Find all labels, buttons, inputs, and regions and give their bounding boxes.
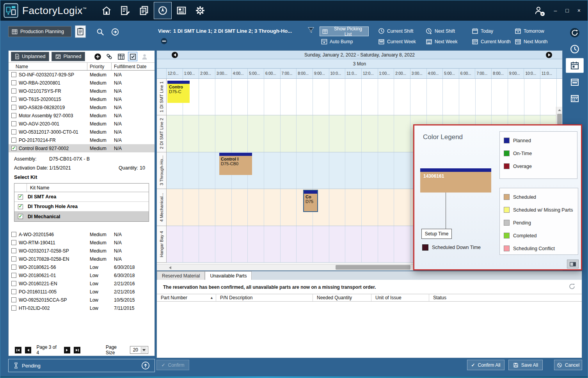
order-checkbox[interactable] xyxy=(11,113,16,118)
order-row[interactable]: Control Board 927-0002 Medium N/A xyxy=(9,144,155,152)
maximize-button[interactable]: □ xyxy=(564,7,570,14)
column-priority[interactable]: Priority xyxy=(87,63,112,70)
order-checkbox[interactable] xyxy=(11,88,16,94)
tab-unplanned[interactable]: Unplanned xyxy=(11,52,49,61)
schedule-grid-button[interactable] xyxy=(116,52,126,61)
column-name[interactable]: Name xyxy=(9,63,87,70)
order-row[interactable]: HTI-02LID-002 Low 7/11/2015 xyxy=(9,304,155,312)
order-checkbox[interactable] xyxy=(11,72,16,77)
order-row[interactable]: PO-20160111-005 Low 2/21/2016 xyxy=(9,288,155,296)
next-page-button[interactable] xyxy=(64,347,71,353)
order-checkbox[interactable] xyxy=(11,297,16,302)
order-row[interactable]: WO-09252015CCA-SP Low 10/5/2015 xyxy=(9,296,155,304)
view-selector[interactable]: 1 DI SMT Line 1; 2 DI SMT Line 2; 3 Thro… xyxy=(173,28,302,34)
gantt-lane[interactable] xyxy=(167,79,562,115)
gantt-bar-scheduled[interactable]: Control I D75-CB0 xyxy=(219,153,252,175)
order-row[interactable]: WO-RTM-190411 Medium N/A xyxy=(9,238,155,247)
order-row[interactable]: Motor Assembly 927-0003 Medium N/A xyxy=(9,111,155,120)
news-nav-button[interactable] xyxy=(172,2,190,19)
tab-planned[interactable]: Planned xyxy=(52,52,85,61)
column-unit-of-issue[interactable]: Unit of Issue xyxy=(371,294,429,301)
confirm-all-button[interactable]: ✓ Confirm All xyxy=(467,360,505,370)
kit-checkbox[interactable] xyxy=(18,194,23,200)
order-checkbox[interactable] xyxy=(11,138,16,143)
order-row[interactable]: WO-02032017-0258-SP Medium N/A xyxy=(9,247,155,255)
search-icon[interactable] xyxy=(96,28,105,36)
horizontal-scroll-thumb[interactable] xyxy=(336,265,410,270)
order-row[interactable]: WO-021017SYS-FR Medium N/A xyxy=(9,87,155,95)
refresh-icon[interactable] xyxy=(568,283,576,290)
first-page-button[interactable] xyxy=(15,347,21,353)
show-picking-list-button[interactable]: Show Picking List xyxy=(320,26,369,36)
kit-row[interactable]: DI SMT Area xyxy=(14,192,149,202)
close-button[interactable]: × xyxy=(576,7,582,14)
order-checkbox[interactable] xyxy=(11,121,16,126)
tab-reserved-material[interactable]: Reserved Material xyxy=(157,271,205,280)
gantt-bar-selected[interactable]: Co D75 xyxy=(304,191,317,211)
select-mode-button[interactable] xyxy=(128,52,137,61)
order-checkbox[interactable] xyxy=(11,105,16,110)
order-checkbox[interactable] xyxy=(11,273,16,278)
column-part-number[interactable]: Part Number ▲ xyxy=(157,294,216,301)
next-shift-button[interactable]: Next Shift xyxy=(426,28,455,34)
current-shift-button[interactable]: Current Shift xyxy=(378,28,413,34)
order-row[interactable]: WO-20160221-EN Low 2/21/2016 xyxy=(9,279,155,288)
order-checkbox[interactable] xyxy=(11,306,16,311)
current-month-button[interactable]: Current Month xyxy=(472,38,511,45)
minimize-button[interactable]: – xyxy=(552,7,559,14)
link-order-button[interactable] xyxy=(105,52,114,61)
settings-nav-button[interactable] xyxy=(191,2,209,19)
today-button[interactable]: Today xyxy=(472,28,493,34)
order-checkbox[interactable] xyxy=(11,232,16,237)
next-month-button[interactable]: Next Month xyxy=(515,38,547,45)
order-row[interactable]: WO-RBA-20200801 Medium N/A xyxy=(9,79,155,87)
order-checkbox[interactable] xyxy=(11,256,16,261)
prev-range-button[interactable] xyxy=(172,52,178,58)
order-row[interactable]: WO-20180621-01 Low 6/30/2018 xyxy=(9,271,155,279)
go-to-icon[interactable] xyxy=(111,28,119,36)
forms-nav-button[interactable] xyxy=(116,2,134,19)
order-row[interactable]: WO-20180621-56 Low 6/30/2018 xyxy=(9,263,155,271)
production-planning-button[interactable]: Production Planning xyxy=(8,26,71,37)
order-row[interactable]: WO-05312017-3000-CT0-01 Medium N/A xyxy=(9,128,155,136)
clipboard-button[interactable] xyxy=(75,25,86,38)
order-checkbox[interactable] xyxy=(11,265,16,270)
kit-row[interactable]: DI Mechanical xyxy=(14,212,149,221)
order-row[interactable]: PO-20170214-FR Medium N/A xyxy=(9,136,155,144)
current-week-button[interactable]: Current Week xyxy=(378,38,416,45)
column-pn-description[interactable]: P/N Description xyxy=(216,294,313,301)
assign-user-button[interactable] xyxy=(140,52,149,61)
page-size-select[interactable]: 20 xyxy=(130,346,148,354)
tomorrow-button[interactable]: Tomorrow xyxy=(515,28,544,34)
documents-nav-button[interactable] xyxy=(135,2,153,19)
user-account-icon[interactable]: × xyxy=(534,6,543,15)
order-row[interactable]: WO-20170828-0258-EN Medium N/A xyxy=(9,255,155,263)
kit-checkbox[interactable] xyxy=(18,214,23,219)
order-checkbox[interactable] xyxy=(11,146,16,151)
order-checkbox[interactable] xyxy=(11,129,16,134)
expand-up-icon[interactable] xyxy=(141,361,150,370)
order-checkbox[interactable] xyxy=(11,248,16,253)
kit-checkbox[interactable] xyxy=(18,204,23,209)
last-page-button[interactable] xyxy=(74,347,80,353)
auto-bump-button[interactable]: Auto Bump xyxy=(321,39,353,44)
order-checkbox[interactable] xyxy=(11,289,16,294)
cancel-button[interactable]: Cancel xyxy=(554,360,582,370)
column-status[interactable]: Status xyxy=(429,294,582,301)
collapse-icon[interactable] xyxy=(160,37,168,45)
next-week-button[interactable]: Next Week xyxy=(426,38,457,45)
order-checkbox[interactable] xyxy=(11,97,16,102)
order-row[interactable]: WO-AS828-08282019 Medium N/A xyxy=(9,103,155,111)
legend-collapse-button[interactable] xyxy=(567,260,579,268)
add-order-button[interactable] xyxy=(93,52,102,61)
scroll-up-icon[interactable] xyxy=(557,108,562,112)
order-row[interactable]: A-WO-20201546 Medium N/A xyxy=(9,230,155,238)
week-view-icon[interactable] xyxy=(566,74,584,89)
scroll-left-icon[interactable] xyxy=(168,265,172,270)
home-nav-button[interactable] xyxy=(98,2,115,19)
shift-view-icon[interactable] xyxy=(566,42,584,57)
order-checkbox[interactable] xyxy=(11,240,16,245)
month-view-icon[interactable] xyxy=(566,91,584,106)
refresh-view-icon[interactable] xyxy=(566,25,584,40)
gantt-bar-missing-parts[interactable]: Contro D75-C xyxy=(167,81,190,103)
